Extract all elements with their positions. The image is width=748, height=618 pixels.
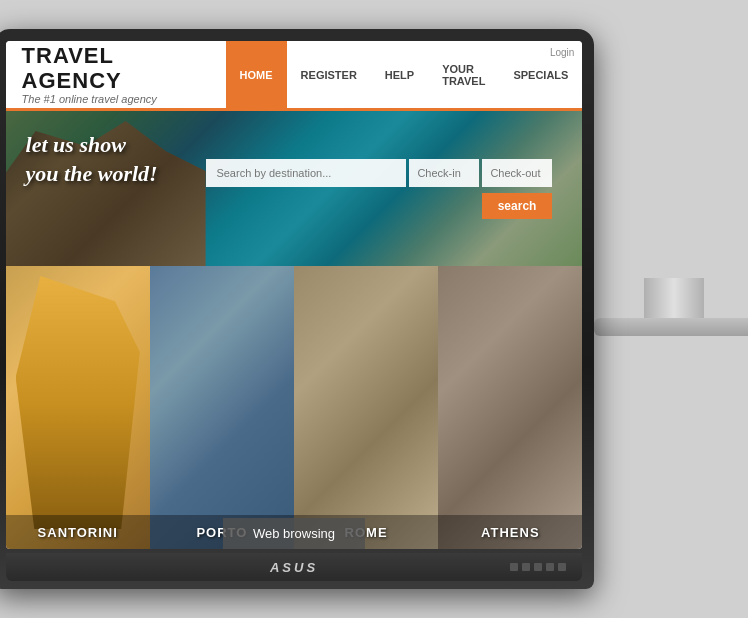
dest-santorini-overlay: SANTORINI [6,515,150,549]
main-nav: HOME REGISTER HELP YOUR TRAVEL SPECIALS [226,41,583,108]
stand-neck [644,278,704,318]
dest-porto-bg [150,266,294,549]
dest-santorini[interactable]: SANTORINI [6,266,150,549]
nav-help[interactable]: HELP [371,41,428,108]
logo-subtitle: The #1 online travel agency [22,93,210,105]
web-browsing-overlay: Web browsing [223,518,365,549]
destinations: SANTORINI PORTO ROME [6,266,583,549]
dest-santorini-bg [6,266,150,549]
web-browsing-text: Web browsing [253,526,335,541]
dest-rome[interactable]: ROME [294,266,438,549]
checkout-input[interactable] [482,159,552,187]
hero-text-line2: you the world! [26,161,158,186]
logo-title: TRAVEL AGENCY [22,44,210,92]
nav-home[interactable]: HOME [226,41,287,108]
monitor-btn-1[interactable] [510,563,518,571]
login-link[interactable]: Login [550,47,574,58]
hero-section: let us show you the world! search [6,111,583,266]
asus-logo: ASUS [270,560,318,575]
site-header: TRAVEL AGENCY The #1 online travel agenc… [6,41,583,111]
dest-athens-overlay: ATHENS [438,515,582,549]
monitor-btn-4[interactable] [546,563,554,571]
dest-rome-bg [294,266,438,549]
search-row [206,159,552,187]
search-input[interactable] [206,159,406,187]
screen: TRAVEL AGENCY The #1 online travel agenc… [6,41,583,549]
dest-porto[interactable]: PORTO [150,266,294,549]
monitor-btn-5[interactable] [558,563,566,571]
nav-register[interactable]: REGISTER [287,41,371,108]
monitor: TRAVEL AGENCY The #1 online travel agenc… [0,29,594,589]
monitor-btn-3[interactable] [534,563,542,571]
hero-search: search [206,159,552,219]
monitor-buttons [510,563,566,571]
monitor-stand [594,278,748,336]
dest-athens[interactable]: ATHENS [438,266,582,549]
hero-text-line1: let us show [26,132,126,157]
destinations-wrapper: SANTORINI PORTO ROME [6,266,583,549]
screen-bezel: TRAVEL AGENCY The #1 online travel agenc… [6,41,583,549]
search-button[interactable]: search [482,193,553,219]
checkin-input[interactable] [409,159,479,187]
logo-area: TRAVEL AGENCY The #1 online travel agenc… [6,41,226,113]
monitor-btn-2[interactable] [522,563,530,571]
nav-your-travel[interactable]: YOUR TRAVEL [428,41,499,108]
dest-santorini-label: SANTORINI [38,525,118,540]
monitor-bottom-bar: ASUS [6,553,583,581]
dest-athens-bg [438,266,582,549]
hero-text: let us show you the world! [26,131,158,188]
dest-athens-label: ATHENS [481,525,539,540]
stand-base [594,318,748,336]
